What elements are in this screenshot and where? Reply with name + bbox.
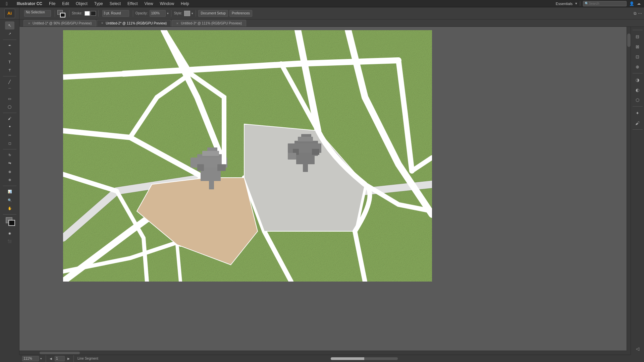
expand-panel-btn[interactable]: ◁: [633, 344, 642, 353]
graph-tool[interactable]: 📊: [5, 187, 14, 195]
paintbrush-tool[interactable]: 🖌: [5, 114, 14, 122]
menu-window[interactable]: Window: [156, 0, 177, 7]
rotate-tool[interactable]: ↻: [5, 151, 14, 159]
menu-effect[interactable]: Effect: [124, 0, 141, 7]
menu-illustrator[interactable]: Illustrator CC: [13, 0, 46, 7]
reshape-tool[interactable]: ⊗: [5, 176, 14, 184]
line-segment-tool[interactable]: ╱: [5, 78, 14, 86]
symbol-sprayer-tool[interactable]: ◉: [5, 229, 14, 237]
style-swatch[interactable]: [184, 11, 190, 16]
tabs-bar: ✕ Untitled-1* @ 90% (RGB/GPU Preview) ✕ …: [20, 19, 644, 27]
canvas-area[interactable]: [19, 27, 631, 355]
scissors-tool[interactable]: ✂: [5, 131, 14, 139]
zoom-tool[interactable]: 🔍: [5, 196, 14, 204]
style-arrow[interactable]: ▾: [192, 12, 193, 15]
brushes-btn[interactable]: 🖌: [633, 118, 642, 128]
svg-rect-6: [197, 164, 204, 171]
eraser-tool[interactable]: ◻: [5, 139, 14, 147]
road-top-left-h: [63, 74, 125, 77]
tab-untitled3[interactable]: ✕ Untitled-3* @ 111% (RGB/GPU Preview): [172, 20, 246, 26]
ai-logo: Ai: [0, 7, 19, 19]
transform-btn[interactable]: ⊠: [633, 42, 642, 51]
menu-edit[interactable]: Edit: [59, 0, 72, 7]
line-tool-group: ╱ ⌒: [5, 78, 14, 94]
tab-untitled2[interactable]: ✕ Untitled-2* @ 111% (RGB/GPU Preview): [97, 20, 171, 26]
zoom-down-arrow[interactable]: ▾: [40, 357, 42, 360]
stroke-color[interactable]: [60, 13, 65, 17]
menu-view[interactable]: View: [141, 0, 157, 7]
ellipse-tool[interactable]: ◯: [5, 103, 14, 111]
selection-tool[interactable]: ↖: [5, 21, 14, 29]
libraries-btn[interactable]: ⊟: [633, 32, 642, 41]
search-input[interactable]: [589, 2, 625, 5]
bottom-tools: ◉ ⬛: [5, 229, 14, 245]
direct-selection-tool[interactable]: ↗: [5, 29, 14, 38]
segment-label: Line Segment: [77, 357, 98, 360]
arrange-icon[interactable]: ⧉: [634, 11, 637, 16]
arrow-next[interactable]: ▶: [67, 357, 70, 360]
warp-tool[interactable]: ⊕: [5, 168, 14, 176]
color-guide-btn[interactable]: ⬡: [633, 95, 642, 105]
opacity-label: Opacity:: [136, 11, 148, 15]
artboard-tool[interactable]: ⬛: [5, 237, 14, 245]
reflect-tool[interactable]: ⇆: [5, 159, 14, 167]
horizontal-scrollbar[interactable]: [19, 351, 627, 355]
menu-select[interactable]: Select: [106, 0, 124, 7]
stroke-swatch2[interactable]: [91, 11, 96, 16]
rectangle-tool[interactable]: ▭: [5, 95, 14, 103]
svg-rect-16: [288, 153, 296, 160]
curvature-tool[interactable]: ∿: [5, 49, 14, 57]
scissors-tool-group: ✂ ◻: [5, 131, 14, 147]
search-icon: 🔍: [585, 2, 589, 5]
zoom-input[interactable]: [22, 356, 39, 361]
arc-tool[interactable]: ⌒: [5, 86, 14, 94]
stroke-swatch[interactable]: [85, 11, 90, 16]
graphic-styles-btn[interactable]: ◐: [633, 85, 642, 95]
pen-tool[interactable]: ✒: [5, 41, 14, 49]
essentials-label[interactable]: Essentials: [556, 2, 573, 6]
artwork-canvas: [63, 30, 432, 282]
symbols-btn[interactable]: ✦: [633, 108, 642, 118]
menu-type[interactable]: Type: [91, 0, 106, 7]
svg-rect-13: [298, 137, 313, 141]
hand-tool[interactable]: ✋: [5, 204, 14, 212]
style-label: Style:: [174, 11, 182, 15]
pen-tool-group: ✒ ∿: [5, 41, 14, 57]
opacity-arrow[interactable]: ▾: [167, 12, 169, 15]
menu-object[interactable]: Object: [72, 0, 91, 7]
more-icon[interactable]: ⋯: [638, 11, 642, 16]
stroke-weight-input[interactable]: [102, 10, 129, 17]
toolbar: No Selection Stroke: Opacity: ▾ Style: ▾…: [0, 7, 644, 19]
status-center: [101, 357, 628, 360]
user-icon[interactable]: 👤: [629, 1, 634, 6]
arrow-prev[interactable]: ◀: [50, 357, 52, 360]
tab-untitled1[interactable]: ✕ Untitled-1* @ 90% (RGB/GPU Preview): [23, 20, 96, 26]
tab1-close[interactable]: ✕: [28, 22, 31, 25]
type-tool[interactable]: T: [5, 58, 14, 66]
stroke-box[interactable]: [8, 220, 15, 226]
doc-setup-button[interactable]: Document Setup: [198, 10, 228, 17]
svg-rect-7: [217, 164, 226, 171]
tab2-close[interactable]: ✕: [101, 21, 104, 25]
pathfinder-btn[interactable]: ⊕: [633, 62, 642, 71]
menu-help[interactable]: Help: [177, 0, 193, 7]
align-btn[interactable]: ⊡: [633, 52, 642, 61]
preferences-button[interactable]: Preferences: [229, 10, 252, 17]
appearance-btn[interactable]: ◑: [633, 75, 642, 84]
selection-box[interactable]: No Selection: [24, 10, 51, 17]
fill-stroke-area: [57, 9, 67, 17]
stroke-weight-area: [101, 9, 130, 17]
right-tools-panel: ⊞ ⧉ ⊟ ⊠ ⊡ ⊕ ◑ ◐ ⬡ ✦ 🖌 ◁: [631, 7, 644, 355]
touch-type-tool[interactable]: Ƭ: [5, 66, 14, 74]
opacity-input[interactable]: [150, 10, 166, 17]
shape-tool-group: ▭ ◯: [5, 95, 14, 111]
vertical-scrollbar[interactable]: [627, 27, 631, 351]
stroke-label: Stroke:: [72, 11, 83, 15]
tab3-close[interactable]: ✕: [176, 22, 179, 25]
artboard-input[interactable]: [55, 356, 65, 361]
rotate-tool-group: ↻ ⇆: [5, 151, 14, 167]
essentials-chevron: ▾: [575, 1, 577, 6]
blob-brush-tool[interactable]: ✦: [5, 122, 14, 130]
menu-file[interactable]: File: [46, 0, 59, 7]
apple-menu[interactable]: : [0, 1, 13, 6]
